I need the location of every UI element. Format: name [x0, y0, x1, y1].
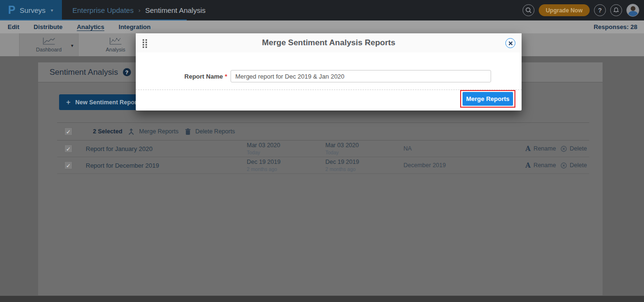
footer-bar [0, 296, 644, 302]
modal-close-button[interactable] [505, 38, 515, 48]
bell-icon [613, 7, 619, 13]
search-button[interactable] [523, 4, 534, 16]
close-icon [508, 41, 513, 46]
breadcrumb: Enterprise Updates › Sentiment Analysis [72, 0, 205, 20]
merge-reports-action-label: Merge Reports [139, 128, 179, 135]
delete-reports-action[interactable]: Delete Reports [185, 123, 235, 140]
scatter-chart-icon [109, 37, 122, 45]
product-name: Surveys [20, 6, 45, 14]
user-avatar[interactable] [626, 4, 639, 17]
new-sentiment-report-label: New Sentiment Report [75, 99, 139, 106]
delete-label: Delete [570, 162, 587, 169]
rename-label: Rename [533, 162, 556, 169]
modified-date-cell: Dec 19 2019 2 months ago [325, 157, 359, 173]
nav-item-distribute[interactable]: Distribute [34, 23, 63, 30]
rename-action[interactable]: A Rename [525, 157, 556, 173]
chevron-down-icon: ▾ [51, 8, 53, 13]
tab-dashboard[interactable]: Dashboard ▾ [19, 33, 79, 56]
check-icon: ✓ [66, 128, 70, 135]
search-icon [525, 7, 532, 13]
chevron-down-icon[interactable]: ▾ [71, 43, 73, 48]
page-title: Sentiment Analysis [50, 68, 118, 77]
trash-icon [185, 128, 191, 135]
notifications-button[interactable] [610, 4, 622, 16]
navbar-actions: Upgrade Now ? [523, 0, 639, 20]
row-checkbox[interactable]: ✓ [64, 145, 72, 153]
merge-reports-action[interactable]: Merge Reports [128, 123, 179, 140]
drag-handle-icon[interactable] [142, 39, 148, 50]
merge-reports-button[interactable]: Merge Reports [463, 92, 513, 106]
delete-circle-icon [561, 146, 567, 152]
product-switcher[interactable]: P Surveys ▾ [0, 0, 62, 20]
tab-dashboard-label: Dashboard [36, 47, 62, 52]
breadcrumb-current: Sentiment Analysis [145, 6, 206, 14]
avatar-body-shape [628, 11, 638, 17]
check-icon: ✓ [66, 162, 70, 169]
nav-item-integration[interactable]: Integration [119, 23, 151, 30]
survey-nav: Edit Distribute Analytics Integration Re… [0, 20, 644, 33]
new-sentiment-report-button[interactable]: + New Sentiment Report [59, 94, 146, 110]
created-date-cell: Dec 19 2019 2 months ago [247, 157, 281, 173]
report-name-label: Report Name * [136, 70, 227, 82]
check-icon: ✓ [66, 145, 70, 152]
created-relative: 2 months ago [247, 166, 277, 172]
report-name-form-row: Report Name * [136, 70, 522, 82]
plus-icon: + [66, 98, 70, 107]
report-name-input[interactable] [231, 70, 491, 82]
delete-label: Delete [570, 145, 587, 152]
top-navbar: P Surveys ▾ Enterprise Updates › Sentime… [0, 0, 644, 20]
created-date: Dec 19 2019 [247, 159, 281, 166]
modified-relative: Today [325, 150, 339, 156]
required-marker: * [225, 73, 227, 80]
modified-date-cell: Mar 03 2020 Today [325, 141, 359, 157]
created-date: Mar 03 2020 [247, 142, 280, 150]
report-name-label-text: Report Name [184, 73, 223, 80]
nav-item-edit[interactable]: Edit [8, 23, 20, 30]
rename-icon: A [525, 145, 531, 152]
modified-relative: 2 months ago [325, 166, 356, 172]
delete-reports-action-label: Delete Reports [195, 128, 235, 135]
row-checkbox[interactable]: ✓ [64, 161, 72, 170]
created-relative: Today [247, 150, 260, 156]
report-row: ✓ Report for December 2019 Dec 19 2019 2… [57, 157, 589, 174]
help-icon[interactable]: ? [123, 68, 131, 76]
survey-nav-items: Edit Distribute Analytics Integration [8, 23, 151, 30]
brand-logo: P [8, 5, 15, 16]
modified-date: Mar 03 2020 [325, 142, 359, 150]
rename-action[interactable]: A Rename [525, 141, 556, 157]
modified-date: Dec 19 2019 [325, 159, 359, 166]
question-icon: ? [598, 7, 602, 14]
help-button[interactable]: ? [594, 4, 606, 16]
upgrade-now-button[interactable]: Upgrade Now [539, 4, 590, 16]
breadcrumb-parent[interactable]: Enterprise Updates [72, 6, 133, 14]
select-all-checkbox[interactable]: ✓ [64, 128, 72, 136]
avatar-head-shape [631, 6, 635, 11]
report-tag: NA [403, 141, 412, 157]
rename-icon: A [525, 161, 531, 169]
modal-title: Merge Sentiment Analysis Reports [262, 38, 395, 48]
merge-reports-modal: Merge Sentiment Analysis Reports Report … [136, 33, 522, 111]
modal-header: Merge Sentiment Analysis Reports [136, 33, 522, 52]
rename-label: Rename [533, 145, 556, 152]
responses-count: Responses: 28 [594, 23, 637, 30]
delete-circle-icon [561, 162, 567, 169]
report-row: ✓ Report for January 2020 Mar 03 2020 To… [57, 141, 589, 157]
breadcrumb-separator-icon: › [138, 7, 140, 14]
selection-bar: ✓ 2 Selected Merge Reports Delete Report… [57, 122, 589, 141]
tab-analysis-label: Analysis [106, 47, 125, 52]
merge-icon [128, 128, 135, 135]
report-tag: December 2019 [403, 157, 446, 173]
report-name[interactable]: Report for December 2019 [86, 157, 159, 173]
line-chart-icon [42, 37, 56, 45]
nav-item-analytics[interactable]: Analytics [77, 23, 104, 30]
selected-count: 2 Selected [93, 123, 122, 140]
created-date-cell: Mar 03 2020 Today [247, 141, 280, 157]
delete-action[interactable]: Delete [561, 157, 587, 173]
report-name[interactable]: Report for January 2020 [86, 141, 152, 157]
delete-action[interactable]: Delete [561, 141, 587, 157]
